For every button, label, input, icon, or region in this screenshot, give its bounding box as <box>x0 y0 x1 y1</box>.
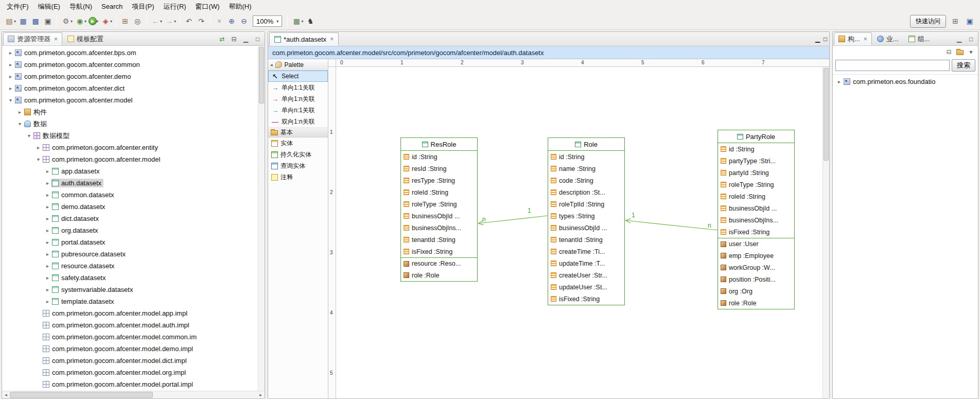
menu-item[interactable]: 帮助(H) <box>224 1 256 13</box>
tree-item[interactable]: com.primeton.gocom.afcenter.model.common… <box>2 331 265 343</box>
palette-section-basic[interactable]: 基本 <box>268 127 328 137</box>
toolbar-button-delete[interactable]: × <box>213 15 225 27</box>
association-line[interactable]: 1n <box>625 212 717 230</box>
expand-arrow-icon[interactable]: ▸ <box>7 62 14 67</box>
expand-arrow-icon[interactable]: ▸ <box>44 251 51 257</box>
tree-item[interactable]: ▸com.primeton.gocom.afcenter.bps.om <box>2 47 265 59</box>
entity-attribute[interactable]: id :String <box>718 143 794 155</box>
entity-reference[interactable]: org :Org <box>718 285 794 297</box>
minimize-icon[interactable]: ▁ <box>955 36 963 43</box>
perspective-icon[interactable]: ▣ <box>965 16 975 26</box>
entity-reference[interactable]: role :Role <box>401 269 477 281</box>
entity-attribute[interactable]: types :String <box>548 210 624 222</box>
toolbar-button-zoom-out[interactable]: ⊖ <box>238 15 250 27</box>
view-tab[interactable]: 资源管理器× <box>3 32 62 45</box>
vertical-scrollbar[interactable] <box>258 46 265 391</box>
menu-item[interactable]: 运行(R) <box>159 1 191 13</box>
toolbar-button-redo[interactable]: ↷ <box>195 15 207 27</box>
toolbar-button-search-model[interactable]: ♞ <box>304 15 317 27</box>
toolbar-button-back[interactable]: ←▾ <box>149 15 163 27</box>
view-tab[interactable]: 业... <box>872 32 903 45</box>
toolbar-button-external-tools[interactable]: ◈▾ <box>99 15 113 27</box>
entity-attribute[interactable]: resId :String <box>401 163 477 175</box>
tree-item[interactable]: ▸构件 <box>2 106 265 118</box>
toolbar-button-print[interactable]: ▣ <box>42 15 54 27</box>
expand-arrow-icon[interactable]: ▸ <box>44 263 51 269</box>
chevron-down-icon[interactable]: ▾ <box>276 19 278 24</box>
canvas-vertical-scrollbar[interactable] <box>822 67 829 398</box>
entity-reference[interactable]: role :Role <box>718 297 794 309</box>
expand-arrow-icon[interactable]: ▸ <box>44 239 51 245</box>
entity-reference[interactable]: workGroup :W... <box>718 262 794 273</box>
toolbar-button-open-type[interactable]: ◎ <box>131 15 144 27</box>
expand-arrow-icon[interactable]: ▸ <box>7 85 14 91</box>
search-button[interactable]: 搜索 <box>952 59 975 72</box>
expand-arrow-icon[interactable]: ▾ <box>7 97 14 103</box>
tree-item[interactable]: ▸resource.datasetx <box>2 260 265 272</box>
chevron-down-icon[interactable]: ▾ <box>14 19 16 24</box>
scrollbar-thumb[interactable] <box>10 392 153 398</box>
toolbar-button-forward[interactable]: →▾ <box>163 15 177 27</box>
toolbar-button-save-all[interactable]: ▩ <box>29 15 42 27</box>
toolbar-button-debug-config[interactable]: ⚙▾ <box>60 15 74 27</box>
tree-item[interactable]: ▸com.primeton.gocom.afcenter.dict <box>2 82 265 94</box>
chevron-down-icon[interactable]: ▾ <box>84 19 86 24</box>
toolbar-button-debug[interactable]: ◉▾ <box>74 15 87 27</box>
expand-arrow-icon[interactable]: ▸ <box>44 180 51 186</box>
view-tab[interactable]: 模板配置 <box>63 32 108 45</box>
entity-attribute[interactable]: partyType :Stri... <box>718 155 794 167</box>
entity-attribute[interactable]: tenantId :String <box>548 234 624 246</box>
toolbar-button-new-package[interactable]: ⊞ <box>119 15 131 27</box>
chevron-left-icon[interactable]: ◂ <box>270 62 273 67</box>
entity-reference[interactable]: emp :Employee <box>718 250 794 262</box>
tree-item[interactable]: ▾数据模型 <box>2 130 265 142</box>
maximize-icon[interactable]: □ <box>967 36 975 43</box>
palette-tool[interactable]: —双向1:n关联 <box>268 116 328 127</box>
close-icon[interactable]: × <box>330 36 334 43</box>
tree-item[interactable]: ▸app.datasetx <box>2 165 265 177</box>
menu-item[interactable]: Search <box>97 1 127 12</box>
scroll-right-icon[interactable]: ▸ <box>257 391 265 398</box>
menu-item[interactable]: 文件(F) <box>2 1 33 13</box>
tree-item[interactable]: ▸common.datasetx <box>2 189 265 201</box>
expand-arrow-icon[interactable]: ▸ <box>44 204 51 210</box>
expand-arrow-icon[interactable]: ▸ <box>44 228 51 233</box>
tree-item[interactable]: ▸com.primeton.gocom.afcenter.demo <box>2 71 265 82</box>
association-line[interactable]: n1 <box>478 207 548 225</box>
palette-tool[interactable]: ↖Select <box>268 71 328 82</box>
search-input[interactable] <box>835 60 950 71</box>
entity-role[interactable]: Roleid :Stringname :Stringcode :Stringde… <box>548 137 625 305</box>
entity-attribute[interactable]: partyId :String <box>718 167 794 179</box>
tree-item[interactable]: ▸auth.datasetx <box>2 177 265 189</box>
scrollbar-thumb[interactable] <box>824 68 829 161</box>
expand-arrow-icon[interactable]: ▸ <box>44 216 51 221</box>
entity-attribute[interactable]: isFixed :String <box>548 293 624 305</box>
entity-attribute[interactable]: description :St... <box>548 186 624 198</box>
palette-tool[interactable]: 实体 <box>268 137 328 149</box>
quick-access-button[interactable]: 快速访问 <box>910 15 946 28</box>
toolbar-button-zoom-in[interactable]: ⊕ <box>225 15 238 27</box>
view-menu-icon[interactable]: ▾ <box>967 48 975 56</box>
maximize-icon[interactable]: □ <box>254 36 261 43</box>
tree-item[interactable]: com.primeton.gocom.afcenter.model.app.im… <box>2 307 265 319</box>
maximize-icon[interactable]: □ <box>821 36 829 43</box>
palette-tool[interactable]: 持久化实体 <box>268 149 328 160</box>
chevron-down-icon[interactable]: ▾ <box>96 19 98 24</box>
horizontal-scrollbar[interactable]: ◂ ▸ <box>2 391 265 398</box>
toolbar-button-layout-grid[interactable]: ▦▾ <box>290 15 304 27</box>
tree-item[interactable]: ▸template.datasetx <box>2 296 265 307</box>
entity-attribute[interactable]: businessObjId ... <box>718 202 794 214</box>
view-tab[interactable]: 组... <box>904 32 935 45</box>
entity-attribute[interactable]: updateTime :T... <box>548 257 624 269</box>
open-perspective-icon[interactable]: ⊞ <box>950 16 960 26</box>
expand-arrow-icon[interactable]: ▸ <box>44 299 51 304</box>
palette-tool[interactable]: →单向1:n关联 <box>268 93 328 105</box>
toolbar-button-run[interactable]: ▶▾ <box>87 16 99 26</box>
entity-attribute[interactable]: createTime :Ti... <box>548 246 624 257</box>
entity-reference[interactable]: resource :Reso... <box>401 257 477 269</box>
entity-attribute[interactable]: name :String <box>548 163 624 175</box>
tree-item[interactable]: com.primeton.gocom.afcenter.model.portal… <box>2 378 265 390</box>
expand-arrow-icon[interactable]: ▸ <box>7 74 14 79</box>
entity-attribute[interactable]: roleType :String <box>401 198 477 210</box>
scrollbar-track[interactable] <box>10 391 257 398</box>
